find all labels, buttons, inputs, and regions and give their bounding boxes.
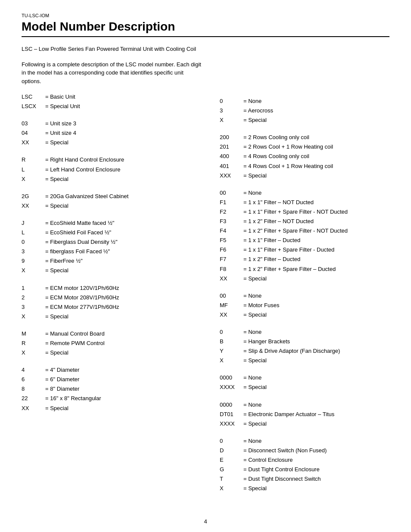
code-label: 1: [22, 283, 45, 293]
code-label: R: [22, 339, 45, 348]
code-label: 0: [220, 327, 243, 337]
code-row: 0= None: [220, 327, 389, 337]
code-desc: = Special: [45, 266, 68, 275]
code-desc: = 2 Rows Cool + 1 Row Heating coil: [243, 142, 333, 152]
code-label: 04: [22, 128, 45, 138]
right-section-4: 0= NoneB= Hanger BracketsY= Slip & Drive…: [220, 327, 389, 365]
code-label: X: [22, 266, 45, 275]
code-row: F4= 1 x 2" Filter + Spare Filter - NOT D…: [220, 226, 389, 236]
code-desc: = 4" Diameter: [45, 365, 79, 375]
code-label: G: [220, 465, 243, 474]
code-label: D: [220, 446, 243, 455]
left-section-2: R= Right Hand Control EnclosureL= Left H…: [22, 155, 202, 184]
code-desc: = Slip & Drive Adaptor (Fan Discharge): [243, 346, 340, 356]
code-row: XX= Special: [22, 404, 202, 413]
code-label: F2: [220, 207, 243, 217]
code-desc: = 16" x 8" Rectangular: [45, 394, 101, 403]
code-desc: = None: [243, 400, 262, 410]
code-row: L= EcoShield Foil Faced ½": [22, 228, 202, 237]
code-label: F3: [220, 217, 243, 226]
code-desc: = Special: [243, 274, 267, 283]
code-desc: = 8" Diameter: [45, 384, 79, 394]
code-row: LSC= Basic Unit: [22, 92, 202, 102]
right-section-0: 0= None3= AerocrossX= Special: [220, 96, 389, 125]
code-desc: = Special Unit: [45, 102, 80, 111]
code-label: L: [22, 165, 45, 174]
code-row: 0= None: [220, 436, 389, 446]
code-row: F7= 1 x 2" Filter – Ducted: [220, 255, 389, 264]
code-label: LSC: [22, 92, 45, 102]
code-row: E= Control Enclosure: [220, 455, 389, 465]
code-label: T: [220, 474, 243, 484]
code-desc: = None: [243, 96, 262, 106]
code-desc: = 1 x 2" Filter – NOT Ducted: [243, 217, 314, 226]
right-section-1: 200= 2 Rows Cooling only coil201= 2 Rows…: [220, 133, 389, 180]
code-desc: = Aerocross: [243, 106, 273, 115]
code-label: F5: [220, 236, 243, 245]
code-row: XX= Special: [22, 138, 202, 147]
code-label: XX: [22, 138, 45, 147]
code-label: F6: [220, 245, 243, 255]
code-label: MF: [220, 301, 243, 310]
code-desc: = Special: [45, 348, 68, 358]
code-row: 2= ECM Motor 208V/1Ph/60Hz: [22, 293, 202, 302]
code-row: J= EcoShield Matte faced ½": [22, 218, 202, 228]
code-label: 2G: [22, 192, 45, 201]
code-desc: = Special: [45, 312, 68, 321]
code-desc: = Unit size 4: [45, 128, 76, 138]
left-section-7: 4= 4" Diameter6= 6" Diameter8= 8" Diamet…: [22, 365, 202, 413]
code-label: 0: [22, 237, 45, 247]
code-label: XX: [220, 274, 243, 283]
code-row: 9= FiberFree ½": [22, 256, 202, 266]
code-row: 00= None: [220, 188, 389, 198]
code-desc: = Control Enclosure: [243, 455, 293, 465]
code-label: X: [220, 115, 243, 125]
right-section-2: 00= NoneF1= 1 x 1" Filter – NOT DuctedF2…: [220, 188, 389, 283]
code-label: Y: [220, 346, 243, 356]
code-row: 0= Fiberglass Dual Density ½": [22, 237, 202, 247]
code-label: F7: [220, 255, 243, 264]
code-desc: = Special: [45, 404, 68, 413]
code-label: X: [22, 174, 45, 184]
code-desc: = 4 Rows Cool + 1 Row Heating coil: [243, 162, 333, 171]
code-row: L= Left Hand Control Enclosure: [22, 165, 202, 174]
code-row: 22= 16" x 8" Rectangular: [22, 394, 202, 403]
code-label: X: [220, 356, 243, 365]
left-section-3: 2G= 20Ga Galvanized Steel CabinetXX= Spe…: [22, 192, 202, 211]
code-desc: = 6" Diameter: [45, 375, 79, 384]
intro-para-2: Following is a complete description of t…: [22, 60, 202, 86]
left-section-4: J= EcoShield Matte faced ½"L= EcoShield …: [22, 218, 202, 276]
code-desc: = EcoShield Matte faced ½": [45, 218, 114, 228]
code-desc: = 1 x 1" Filter + Spare Filter - NOT Duc…: [243, 207, 348, 217]
code-label: 401: [220, 162, 243, 171]
code-desc: = Hanger Brackets: [243, 337, 290, 346]
code-row: R= Remote PWM Control: [22, 339, 202, 348]
left-sections: LSC= Basic UnitLSCX= Special Unit03= Uni…: [22, 92, 202, 413]
code-desc: = Right Hand Control Enclosure: [45, 155, 124, 165]
code-desc: = Special: [243, 383, 267, 392]
left-column: LSC – Low Profile Series Fan Powered Ter…: [22, 45, 202, 501]
code-row: D= Disconnect Switch (Non Fused): [220, 446, 389, 455]
code-desc: = None: [243, 291, 262, 301]
code-row: 3= ECM Motor 277V/1Ph/60Hz: [22, 302, 202, 312]
code-desc: = Disconnect Switch (Non Fused): [243, 446, 327, 455]
code-row: 2G= 20Ga Galvanized Steel Cabinet: [22, 192, 202, 201]
code-label: 00: [220, 188, 243, 198]
code-row: F1= 1 x 1" Filter – NOT Ducted: [220, 198, 389, 207]
code-label: XX: [220, 310, 243, 320]
page-title: Model Number Description: [22, 20, 389, 37]
code-row: X= Special: [220, 356, 389, 365]
code-desc: = 1 x 1" Filter – NOT Ducted: [243, 198, 314, 207]
code-label: 0: [220, 436, 243, 446]
code-row: 200= 2 Rows Cooling only coil: [220, 133, 389, 142]
right-section-7: 0= NoneD= Disconnect Switch (Non Fused)E…: [220, 436, 389, 494]
code-desc: = Fiberglass Dual Density ½": [45, 237, 118, 247]
code-row: B= Hanger Brackets: [220, 337, 389, 346]
left-section-0: LSC= Basic UnitLSCX= Special Unit: [22, 92, 202, 111]
code-label: XXXX: [220, 419, 243, 429]
code-row: MF= Motor Fuses: [220, 301, 389, 310]
code-label: XXXX: [220, 383, 243, 392]
code-row: R= Right Hand Control Enclosure: [22, 155, 202, 165]
code-label: 2: [22, 293, 45, 302]
code-label: 3: [220, 106, 243, 115]
